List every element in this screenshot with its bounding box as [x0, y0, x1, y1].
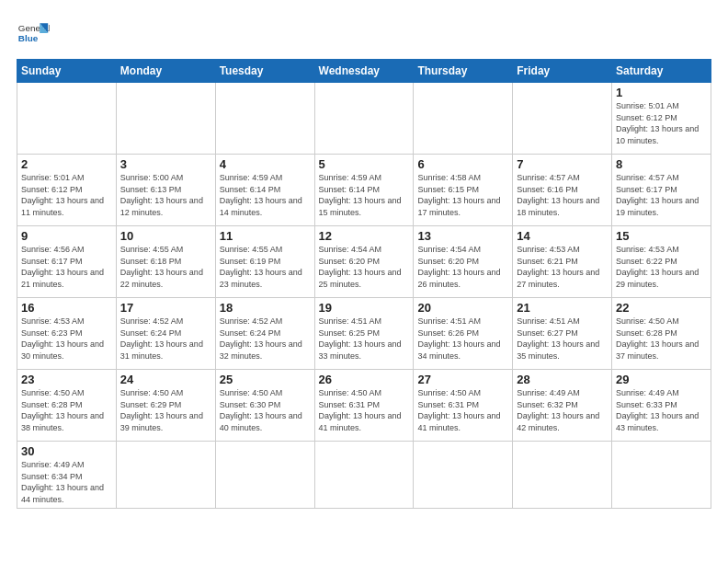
day-number: 6: [417, 157, 508, 171]
calendar-cell: 5Sunrise: 4:59 AM Sunset: 6:14 PM Daylig…: [314, 155, 414, 226]
calendar-cell: 17Sunrise: 4:52 AM Sunset: 6:24 PM Dayli…: [116, 298, 215, 370]
day-info: Sunrise: 4:53 AM Sunset: 6:23 PM Dayligh…: [21, 316, 112, 362]
day-number: 9: [21, 229, 112, 243]
calendar-cell: 24Sunrise: 4:50 AM Sunset: 6:29 PM Dayli…: [116, 370, 215, 442]
day-number: 26: [319, 373, 410, 386]
day-info: Sunrise: 4:49 AM Sunset: 6:34 PM Dayligh…: [21, 459, 112, 505]
day-number: 16: [21, 301, 112, 315]
day-info: Sunrise: 4:55 AM Sunset: 6:18 PM Dayligh…: [120, 244, 211, 290]
day-number: 30: [21, 444, 112, 458]
calendar-week-row: 1Sunrise: 5:01 AM Sunset: 6:12 PM Daylig…: [17, 83, 711, 155]
day-number: 5: [319, 157, 410, 171]
calendar-cell: 11Sunrise: 4:55 AM Sunset: 6:19 PM Dayli…: [215, 226, 314, 298]
calendar-cell: 14Sunrise: 4:53 AM Sunset: 6:21 PM Dayli…: [513, 226, 612, 298]
calendar-cell: 26Sunrise: 4:50 AM Sunset: 6:31 PM Dayli…: [314, 370, 414, 442]
calendar-cell: 19Sunrise: 4:51 AM Sunset: 6:25 PM Dayli…: [314, 298, 414, 370]
day-number: 4: [220, 157, 311, 171]
calendar-cell: 23Sunrise: 4:50 AM Sunset: 6:28 PM Dayli…: [17, 370, 117, 442]
day-info: Sunrise: 4:57 AM Sunset: 6:16 PM Dayligh…: [517, 172, 608, 218]
logo: General Blue: [17, 17, 50, 50]
day-number: 10: [120, 229, 211, 243]
day-info: Sunrise: 4:59 AM Sunset: 6:14 PM Dayligh…: [220, 172, 311, 218]
day-number: 1: [616, 86, 707, 99]
day-info: Sunrise: 4:49 AM Sunset: 6:33 PM Dayligh…: [616, 387, 707, 433]
calendar-cell: 9Sunrise: 4:56 AM Sunset: 6:17 PM Daylig…: [17, 226, 117, 298]
calendar-cell: [116, 83, 215, 155]
calendar-cell: 21Sunrise: 4:51 AM Sunset: 6:27 PM Dayli…: [513, 298, 612, 370]
calendar-cell: [612, 442, 711, 509]
calendar-cell: 29Sunrise: 4:49 AM Sunset: 6:33 PM Dayli…: [612, 370, 711, 442]
calendar-cell: [414, 442, 513, 509]
day-info: Sunrise: 4:50 AM Sunset: 6:31 PM Dayligh…: [319, 387, 410, 433]
day-number: 21: [517, 301, 608, 315]
calendar-cell: 4Sunrise: 4:59 AM Sunset: 6:14 PM Daylig…: [215, 155, 314, 226]
day-number: 18: [220, 301, 311, 315]
calendar-cell: [314, 83, 414, 155]
day-info: Sunrise: 4:50 AM Sunset: 6:31 PM Dayligh…: [417, 387, 508, 433]
day-info: Sunrise: 4:56 AM Sunset: 6:17 PM Dayligh…: [21, 244, 112, 290]
day-info: Sunrise: 4:52 AM Sunset: 6:24 PM Dayligh…: [120, 316, 211, 362]
calendar-cell: 20Sunrise: 4:51 AM Sunset: 6:26 PM Dayli…: [414, 298, 513, 370]
day-info: Sunrise: 4:51 AM Sunset: 6:25 PM Dayligh…: [319, 316, 410, 362]
day-header-wednesday: Wednesday: [314, 60, 414, 83]
calendar-cell: 15Sunrise: 4:53 AM Sunset: 6:22 PM Dayli…: [612, 226, 711, 298]
day-number: 2: [21, 157, 112, 171]
day-number: 3: [120, 157, 211, 171]
calendar-cell: 6Sunrise: 4:58 AM Sunset: 6:15 PM Daylig…: [414, 155, 513, 226]
calendar-cell: 22Sunrise: 4:50 AM Sunset: 6:28 PM Dayli…: [612, 298, 711, 370]
calendar-cell: [116, 442, 215, 509]
calendar-cell: [414, 83, 513, 155]
calendar-cell: 13Sunrise: 4:54 AM Sunset: 6:20 PM Dayli…: [414, 226, 513, 298]
calendar-cell: [215, 442, 314, 509]
calendar-cell: 16Sunrise: 4:53 AM Sunset: 6:23 PM Dayli…: [17, 298, 117, 370]
calendar-week-row: 2Sunrise: 5:01 AM Sunset: 6:12 PM Daylig…: [17, 155, 711, 226]
logo-icon: General Blue: [17, 17, 50, 50]
calendar-cell: 30Sunrise: 4:49 AM Sunset: 6:34 PM Dayli…: [17, 442, 117, 509]
day-info: Sunrise: 4:58 AM Sunset: 6:15 PM Dayligh…: [417, 172, 508, 218]
day-info: Sunrise: 4:57 AM Sunset: 6:17 PM Dayligh…: [616, 172, 707, 218]
calendar-cell: 7Sunrise: 4:57 AM Sunset: 6:16 PM Daylig…: [513, 155, 612, 226]
day-header-thursday: Thursday: [414, 60, 513, 83]
calendar-cell: 1Sunrise: 5:01 AM Sunset: 6:12 PM Daylig…: [612, 83, 711, 155]
day-number: 17: [120, 301, 211, 315]
day-info: Sunrise: 4:52 AM Sunset: 6:24 PM Dayligh…: [220, 316, 311, 362]
day-header-friday: Friday: [513, 60, 612, 83]
day-info: Sunrise: 4:49 AM Sunset: 6:32 PM Dayligh…: [517, 387, 608, 433]
day-info: Sunrise: 4:54 AM Sunset: 6:20 PM Dayligh…: [319, 244, 410, 290]
day-info: Sunrise: 5:01 AM Sunset: 6:12 PM Dayligh…: [616, 100, 707, 146]
calendar-week-row: 16Sunrise: 4:53 AM Sunset: 6:23 PM Dayli…: [17, 298, 711, 370]
day-info: Sunrise: 4:50 AM Sunset: 6:28 PM Dayligh…: [21, 387, 112, 433]
calendar-cell: 18Sunrise: 4:52 AM Sunset: 6:24 PM Dayli…: [215, 298, 314, 370]
calendar-cell: 10Sunrise: 4:55 AM Sunset: 6:18 PM Dayli…: [116, 226, 215, 298]
day-info: Sunrise: 4:53 AM Sunset: 6:22 PM Dayligh…: [616, 244, 707, 290]
day-number: 8: [616, 157, 707, 171]
day-info: Sunrise: 5:01 AM Sunset: 6:12 PM Dayligh…: [21, 172, 112, 218]
day-number: 29: [616, 373, 707, 386]
calendar-cell: [314, 442, 414, 509]
day-number: 28: [517, 373, 608, 386]
day-info: Sunrise: 5:00 AM Sunset: 6:13 PM Dayligh…: [120, 172, 211, 218]
calendar-table: SundayMondayTuesdayWednesdayThursdayFrid…: [17, 59, 711, 509]
calendar-cell: 3Sunrise: 5:00 AM Sunset: 6:13 PM Daylig…: [116, 155, 215, 226]
day-info: Sunrise: 4:53 AM Sunset: 6:21 PM Dayligh…: [517, 244, 608, 290]
calendar-cell: 28Sunrise: 4:49 AM Sunset: 6:32 PM Dayli…: [513, 370, 612, 442]
calendar-cell: 12Sunrise: 4:54 AM Sunset: 6:20 PM Dayli…: [314, 226, 414, 298]
calendar-cell: 25Sunrise: 4:50 AM Sunset: 6:30 PM Dayli…: [215, 370, 314, 442]
day-number: 15: [616, 229, 707, 243]
calendar-cell: 8Sunrise: 4:57 AM Sunset: 6:17 PM Daylig…: [612, 155, 711, 226]
day-number: 25: [220, 373, 311, 386]
svg-text:Blue: Blue: [18, 33, 39, 43]
calendar-cell: [513, 83, 612, 155]
calendar-week-row: 9Sunrise: 4:56 AM Sunset: 6:17 PM Daylig…: [17, 226, 711, 298]
calendar-week-row: 23Sunrise: 4:50 AM Sunset: 6:28 PM Dayli…: [17, 370, 711, 442]
day-info: Sunrise: 4:51 AM Sunset: 6:27 PM Dayligh…: [517, 316, 608, 362]
day-number: 23: [21, 373, 112, 386]
day-header-monday: Monday: [116, 60, 215, 83]
day-info: Sunrise: 4:50 AM Sunset: 6:30 PM Dayligh…: [220, 387, 311, 433]
calendar-cell: [513, 442, 612, 509]
day-number: 11: [220, 229, 311, 243]
day-header-tuesday: Tuesday: [215, 60, 314, 83]
day-number: 13: [417, 229, 508, 243]
day-number: 27: [417, 373, 508, 386]
days-header-row: SundayMondayTuesdayWednesdayThursdayFrid…: [17, 60, 711, 83]
